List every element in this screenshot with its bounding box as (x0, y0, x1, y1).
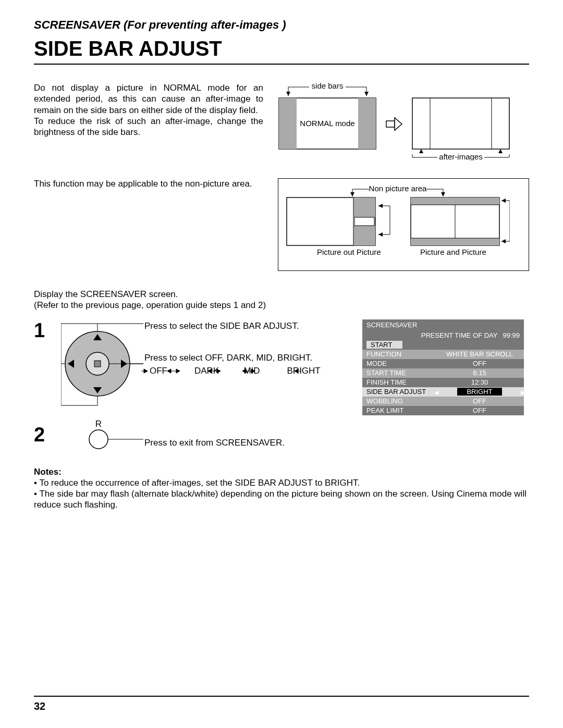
osd-function-label: FUNCTION (362, 350, 435, 358)
notes-section: Notes: • To reduce the occurrence of aft… (34, 466, 529, 511)
osd-mode-label: MODE (362, 360, 435, 367)
second-row: This function may be applicable to the n… (34, 178, 529, 271)
osd-sidebar-label: SIDE BAR ADJUST (362, 388, 435, 396)
osd-mode-val: OFF (435, 360, 524, 367)
page-title: SIDE BAR ADJUST (34, 37, 529, 60)
label-picture-and: Picture and Picture (420, 248, 486, 256)
page-number: 32 (34, 700, 45, 712)
svg-marker-78 (251, 369, 255, 373)
svg-rect-7 (279, 98, 297, 149)
intro-p1: Do not display a picture in NORMAL mode … (34, 82, 263, 116)
svg-marker-70 (176, 369, 180, 373)
title-rule (34, 64, 529, 65)
label-after-images: after-images (439, 152, 482, 161)
r-button-diagram: R (61, 419, 144, 451)
label-picture-out: Picture out Picture (317, 248, 381, 256)
svg-marker-72 (208, 369, 212, 373)
r-label: R (95, 419, 102, 429)
svg-rect-37 (411, 198, 499, 205)
press-select-off: Press to select OFF, DARK, MID, BRIGHT. (144, 352, 362, 363)
svg-rect-9 (386, 121, 395, 127)
svg-marker-4 (286, 92, 290, 96)
svg-marker-76 (242, 369, 246, 373)
intro-p2: To reduce the risk of such an after-imag… (34, 116, 263, 138)
section-header: SCREENSAVER (For preventing after-images… (34, 18, 529, 32)
display-instructions: Display the SCREENSAVER screen. (Refer t… (34, 289, 529, 311)
osd-finish-time-val: 12:30 (435, 378, 524, 386)
note-1: • To reduce the occurrence of after-imag… (34, 477, 529, 488)
osd-peak-val: OFF (435, 406, 524, 414)
svg-marker-66 (144, 369, 148, 373)
dpad-diagram (61, 319, 144, 408)
step-1-number: 1 (34, 319, 61, 342)
cycle-row: OFF DARK MID BRIGHT (144, 365, 362, 376)
display-line2: (Refer to the previous page, operation g… (34, 300, 529, 311)
svg-marker-48 (501, 239, 506, 243)
step-2-number: 2 (34, 424, 61, 446)
osd-function-val: WHITE BAR SCROLL (435, 350, 524, 358)
svg-marker-10 (395, 118, 402, 130)
diagram-non-picture: Non picture area Picture out Picture (278, 178, 529, 271)
osd-present-label: PRESENT TIME OF DAY (421, 331, 498, 339)
svg-marker-29 (350, 192, 354, 196)
osd-start-time-label: START TIME (362, 369, 435, 377)
svg-marker-32 (378, 204, 383, 208)
svg-marker-74 (217, 369, 221, 373)
svg-marker-43 (441, 192, 445, 196)
osd-sidebar-val: BRIGHT (457, 388, 501, 396)
triangle-left-icon: ◀ (434, 389, 438, 396)
svg-rect-25 (354, 217, 374, 226)
step-1-text: Press to select the SIDE BAR ADJUST. Pre… (144, 319, 362, 377)
step-2-row: 2 R Press to exit from SCREENSAVER. (34, 419, 529, 451)
svg-marker-45 (501, 199, 506, 203)
triangle-right-icon: ▶ (521, 389, 525, 396)
svg-rect-51 (94, 361, 101, 367)
svg-marker-19 (498, 149, 503, 153)
notes-title: Notes: (34, 466, 529, 477)
applicable-text: This function may be applicable to the n… (34, 178, 263, 189)
osd-start: START (366, 341, 402, 349)
svg-marker-80 (295, 369, 298, 373)
display-line1: Display the SCREENSAVER screen. (34, 289, 529, 300)
svg-rect-23 (353, 198, 375, 217)
osd-title: SCREENSAVER (362, 321, 417, 329)
svg-point-81 (89, 430, 108, 449)
osd-peak-label: PEAK LIMIT (362, 406, 435, 414)
svg-marker-35 (378, 232, 383, 237)
svg-rect-8 (358, 98, 376, 149)
osd-wobbling-label: WOBBLING (362, 397, 435, 405)
svg-rect-11 (412, 98, 509, 149)
intro-row: Do not display a picture in NORMAL mode … (34, 82, 529, 161)
osd-wrapper: SCREENSAVER PRESENT TIME OF DAY 99:99 ST… (362, 319, 529, 415)
osd-wobbling-val: OFF (435, 397, 524, 405)
press-exit: Press to exit from SCREENSAVER. (144, 422, 285, 448)
svg-marker-68 (167, 369, 171, 373)
footer-rule (34, 696, 529, 697)
intro-text: Do not display a picture in NORMAL mode … (34, 82, 263, 161)
osd-menu: SCREENSAVER PRESENT TIME OF DAY 99:99 ST… (362, 319, 524, 415)
note-2: • The side bar may flash (alternate blac… (34, 488, 529, 511)
step-1-row: 1 Press to select the SIDE BAR ADJUST. P… (34, 319, 529, 415)
label-normal-mode: NORMAL mode (300, 119, 354, 128)
osd-finish-time-label: FINISH TIME (362, 378, 435, 386)
svg-rect-38 (411, 238, 499, 245)
osd-present-val: 99:99 (503, 331, 520, 339)
svg-rect-24 (353, 226, 375, 245)
diagram-sidebars: side bars NORMAL mode after-images (278, 82, 529, 161)
osd-start-time-val: 6:15 (435, 369, 524, 377)
label-side-bars: side bars (312, 82, 344, 90)
press-select-side: Press to select the SIDE BAR ADJUST. (144, 320, 362, 331)
svg-marker-18 (419, 149, 423, 153)
label-non-picture: Non picture area (369, 185, 427, 193)
svg-marker-5 (364, 92, 369, 96)
